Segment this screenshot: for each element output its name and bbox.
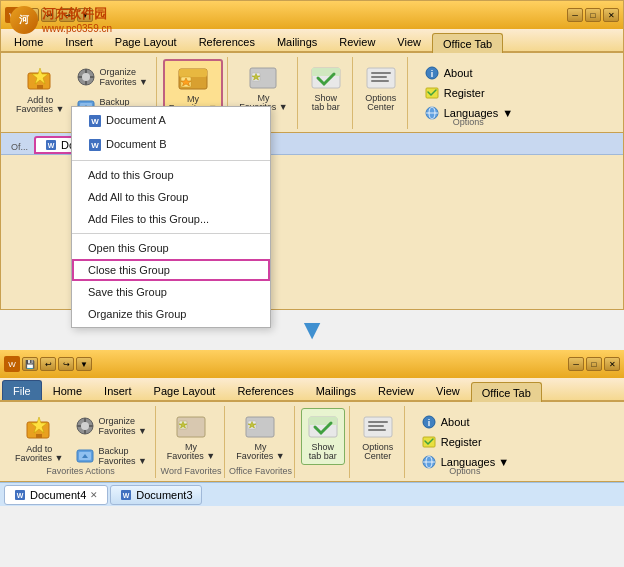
bottom-options-center-label: OptionsCenter: [362, 443, 393, 463]
bottom-register-icon: [421, 434, 437, 450]
bottom-tab-office-tab[interactable]: Office Tab: [471, 382, 542, 402]
bottom-minimize-btn[interactable]: ─: [568, 357, 584, 371]
dropdown-add-files[interactable]: Add Files to this Group...: [72, 208, 270, 230]
bottom-my-fav-icon: [175, 411, 207, 443]
show-tab-bar-btn[interactable]: Showtab bar: [304, 59, 348, 117]
svg-text:W: W: [17, 492, 24, 499]
about-icon: i: [424, 65, 440, 81]
options-group-label: Options: [453, 117, 484, 127]
bottom-tab-file[interactable]: File: [2, 380, 42, 400]
bottom-add-fav-icon: [23, 413, 55, 445]
bottom-add-favorites-btn[interactable]: Add toFavorites ▼: [10, 410, 68, 470]
bottom-backup-label: BackupFavorites ▼: [98, 446, 146, 466]
bottom-tab-insert[interactable]: Insert: [93, 380, 143, 400]
bottom-title-bar: W 💾 ↩ ↪ ▼ ─ □ ✕: [0, 350, 624, 378]
organize-icon: [75, 66, 97, 88]
svg-text:W: W: [91, 141, 99, 150]
my-favorites-dropdown: W Document A W Document B Add to this Gr…: [71, 106, 271, 328]
tab-view[interactable]: View: [386, 31, 432, 51]
bottom-word-icon: W: [4, 356, 20, 372]
bottom-options-label: Options: [449, 466, 480, 476]
close-doc4-btn[interactable]: ✕: [89, 490, 99, 500]
bottom-tab-review[interactable]: Review: [367, 380, 425, 400]
tab-insert[interactable]: Insert: [54, 31, 104, 51]
tab-references[interactable]: References: [188, 31, 266, 51]
bottom-options-center-btn[interactable]: OptionsCenter: [356, 408, 400, 466]
bottom-office-fav-btn[interactable]: MyFavorites ▼: [231, 408, 289, 466]
tab-home[interactable]: Home: [3, 31, 54, 51]
bottom-add-fav-label: Add toFavorites ▼: [15, 445, 63, 465]
minimize-btn[interactable]: ─: [567, 8, 583, 22]
tab-review[interactable]: Review: [328, 31, 386, 51]
tab-mailings[interactable]: Mailings: [266, 31, 328, 51]
group-options-center: OptionsCenter: [355, 57, 408, 129]
bottom-register-item[interactable]: Register: [419, 433, 511, 451]
bottom-save-btn[interactable]: 💾: [22, 357, 38, 371]
dropdown-save-group[interactable]: Save this Group: [72, 281, 270, 303]
group-options: i About Register: [410, 57, 527, 129]
bottom-about-icon: i: [421, 414, 437, 430]
bottom-show-tab-btn[interactable]: Showtab bar: [301, 408, 345, 466]
svg-rect-21: [312, 68, 340, 76]
bottom-doc-tab-4[interactable]: W Document4 ✕: [4, 485, 108, 505]
dropdown-add-to-group[interactable]: Add to this Group: [72, 164, 270, 186]
bottom-doc3-icon: W: [119, 488, 133, 502]
dropdown-doc-b[interactable]: W Document B: [72, 133, 270, 157]
bottom-tab-mailings[interactable]: Mailings: [305, 380, 367, 400]
bottom-about-item[interactable]: i About: [419, 413, 511, 431]
tab-office-tab[interactable]: Office Tab: [432, 33, 503, 53]
svg-rect-13: [179, 69, 207, 77]
svg-text:W: W: [123, 492, 130, 499]
bottom-tab-home[interactable]: Home: [42, 380, 93, 400]
bottom-show-tab-icon: [307, 411, 339, 443]
svg-rect-8: [90, 76, 94, 78]
svg-rect-62: [368, 425, 384, 427]
dropdown-open-group[interactable]: Open this Group: [72, 237, 270, 259]
bottom-tab-references[interactable]: References: [226, 380, 304, 400]
bottom-group-opt-center: OptionsCenter: [352, 406, 405, 478]
bottom-customize-btn[interactable]: ▼: [76, 357, 92, 371]
dropdown-add-all[interactable]: Add All to this Group: [72, 186, 270, 208]
svg-rect-42: [36, 434, 42, 438]
register-item[interactable]: Register: [422, 84, 515, 102]
my-favorites-sm-icon: [247, 62, 279, 94]
add-to-favorites-btn[interactable]: Add toFavorites ▼: [11, 61, 69, 121]
bottom-organize-btn[interactable]: OrganizeFavorites ▼: [70, 412, 150, 440]
svg-point-44: [81, 422, 89, 430]
svg-rect-47: [77, 425, 81, 427]
bottom-office-fav-icon: [244, 411, 276, 443]
bottom-group-office-fav: MyFavorites ▼ Office Favorites: [227, 406, 294, 478]
bottom-undo-btn[interactable]: ↩: [40, 357, 56, 371]
bottom-languages-icon: [421, 454, 437, 470]
svg-rect-6: [85, 81, 87, 85]
add-favorites-icon: [24, 64, 56, 96]
organize-favorites-btn[interactable]: OrganizeFavorites ▼: [71, 63, 151, 91]
svg-rect-2: [37, 85, 43, 89]
svg-text:i: i: [430, 69, 433, 79]
bottom-tab-page-layout[interactable]: Page Layout: [143, 380, 227, 400]
dropdown-divider-1: [72, 160, 270, 161]
bottom-title-icons: W 💾 ↩ ↪ ▼: [4, 356, 92, 372]
bottom-doc-tab-3[interactable]: W Document3: [110, 485, 201, 505]
about-label: About: [444, 67, 473, 79]
bottom-close-btn[interactable]: ✕: [604, 357, 620, 371]
svg-rect-24: [371, 76, 387, 78]
watermark: 河 河东软件园 www.pc0359.cn: [10, 5, 112, 34]
organize-label: OrganizeFavorites ▼: [99, 67, 147, 87]
tab-page-layout[interactable]: Page Layout: [104, 31, 188, 51]
bottom-redo-btn[interactable]: ↪: [58, 357, 74, 371]
show-tab-icon: [310, 62, 342, 94]
restore-btn[interactable]: □: [585, 8, 601, 22]
bottom-favorites-buttons: Add toFavorites ▼: [10, 410, 151, 470]
options-center-btn[interactable]: OptionsCenter: [359, 59, 403, 117]
close-btn[interactable]: ✕: [603, 8, 619, 22]
bottom-tab-view[interactable]: View: [425, 380, 471, 400]
dropdown-close-group[interactable]: Close this Group: [72, 259, 270, 281]
about-item[interactable]: i About: [422, 64, 515, 82]
dropdown-organize-group[interactable]: Organize this Group: [72, 303, 270, 325]
bottom-my-fav-btn[interactable]: MyFavorites ▼: [162, 408, 220, 466]
dropdown-doc-a[interactable]: W Document A: [72, 109, 270, 133]
svg-rect-5: [85, 69, 87, 73]
bottom-restore-btn[interactable]: □: [586, 357, 602, 371]
bottom-doc3-label: Document3: [136, 489, 192, 501]
